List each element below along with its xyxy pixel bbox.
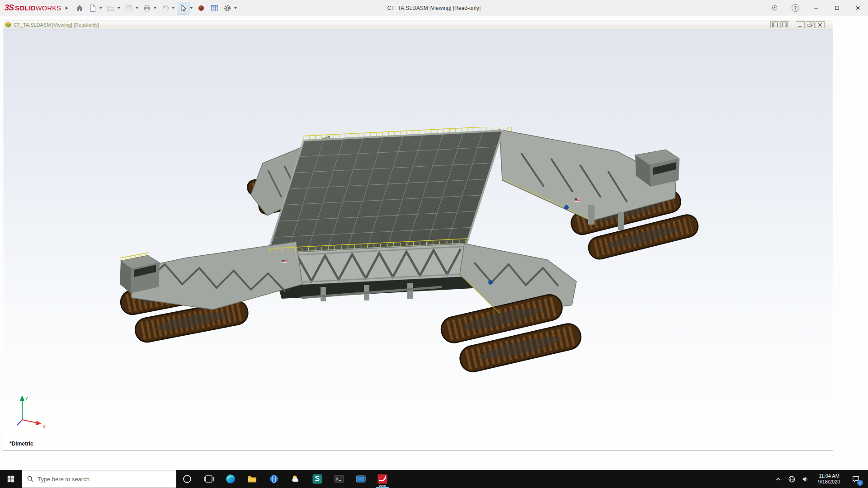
task-view-icon	[203, 474, 214, 484]
volume-button[interactable]	[798, 470, 812, 488]
solidworks-tool-button[interactable]	[307, 470, 328, 488]
notification-badge: 2	[857, 480, 863, 486]
command-prompt-button[interactable]	[328, 470, 350, 488]
crawler-transporter-model	[116, 127, 704, 407]
solidworks-window: 3S SOLID WORKS	[0, 0, 868, 488]
help-icon: ?	[792, 4, 799, 12]
z-axis	[17, 420, 22, 425]
us-flag-left	[282, 260, 287, 263]
save-dropdown-arrow[interactable]	[136, 7, 138, 9]
undo-dropdown-arrow[interactable]	[172, 7, 175, 9]
print-icon	[143, 4, 151, 12]
document-titlebar[interactable]: CT_TA.SLDASM [Viewing] [Read-only]	[3, 20, 833, 29]
close-button[interactable]	[847, 0, 868, 16]
undo-icon	[161, 4, 169, 12]
solidworks-2020-button[interactable]: 2020	[372, 470, 393, 488]
save-button[interactable]	[123, 2, 135, 14]
system-tray: 11:04 AM 9/16/2020 2	[771, 470, 868, 488]
cortana-button[interactable]	[176, 470, 198, 488]
chevron-up-icon	[774, 475, 782, 483]
y-axis-arrow	[20, 395, 24, 401]
select-button[interactable]	[177, 2, 189, 14]
minimize-icon	[797, 23, 803, 27]
search-icon	[27, 475, 34, 483]
appearance-sphere-icon	[197, 4, 205, 12]
account-icon	[772, 5, 778, 11]
document-minimize-button[interactable]	[796, 21, 805, 28]
edge-icon	[225, 474, 236, 484]
remote-monitor-button[interactable]	[350, 470, 372, 488]
taskbar-clock[interactable]: 11:04 AM 9/16/2020	[812, 473, 846, 485]
design-table-icon	[210, 4, 218, 12]
nasa-logo-right	[564, 205, 569, 210]
app-titlebar: 3S SOLID WORKS	[0, 0, 868, 16]
document-title: CT_TA.SLDASM [Viewing] [Read-only]	[14, 22, 99, 28]
print-dropdown-arrow[interactable]	[154, 7, 156, 9]
orientation-triad: y x	[13, 394, 49, 430]
x-axis-arrow	[36, 421, 42, 425]
solidworks-2020-icon	[377, 474, 388, 484]
document-close-button[interactable]	[816, 21, 825, 28]
undo-button[interactable]	[159, 2, 171, 14]
action-center-button[interactable]: 2	[846, 470, 865, 488]
start-button[interactable]	[0, 470, 22, 488]
command-prompt-icon	[334, 474, 344, 484]
minimize-icon	[813, 5, 819, 11]
maximize-button[interactable]	[826, 0, 847, 16]
document-window: CT_TA.SLDASM [Viewing] [Read-only]	[3, 20, 833, 451]
solidworks-tool-icon	[312, 474, 323, 484]
home-button[interactable]	[73, 2, 86, 14]
options-button[interactable]	[221, 2, 234, 14]
3s-logo-icon: 3S	[5, 3, 14, 13]
browser-globe-icon	[269, 474, 279, 484]
solidworks-logo: 3S SOLID WORKS	[5, 3, 61, 13]
minimize-button[interactable]	[806, 0, 826, 16]
select-dropdown-arrow[interactable]	[190, 7, 193, 9]
open-dropdown-arrow[interactable]	[118, 7, 120, 9]
close-icon	[855, 5, 861, 11]
maximize-icon	[834, 5, 840, 11]
new-document-button[interactable]	[86, 2, 99, 14]
us-flag-right	[575, 198, 580, 202]
print-button[interactable]	[141, 2, 153, 14]
open-folder-icon	[107, 4, 115, 12]
browser-button[interactable]	[263, 470, 285, 488]
appearance-button[interactable]	[195, 2, 208, 14]
quick-access-toolbar	[73, 2, 239, 14]
window-controls: ?	[764, 0, 868, 16]
pane-right-button[interactable]	[780, 21, 789, 28]
brand-works: WORKS	[36, 5, 61, 12]
search-input[interactable]	[38, 476, 171, 483]
help-button[interactable]: ?	[785, 0, 806, 16]
pane-left-icon	[772, 23, 778, 27]
solidworks-year-label: 2020	[372, 484, 393, 488]
task-view-button[interactable]	[198, 470, 220, 488]
file-explorer-button[interactable]	[241, 470, 263, 488]
account-button[interactable]	[764, 0, 785, 16]
new-dropdown-arrow[interactable]	[99, 7, 102, 9]
document-window-controls	[770, 21, 831, 28]
options-dropdown-arrow[interactable]	[234, 7, 237, 9]
edge-button[interactable]	[220, 470, 241, 488]
taskbar-search[interactable]	[22, 470, 176, 488]
remote-monitor-icon	[355, 474, 366, 484]
graphics-viewport[interactable]: y x *Dimetric	[3, 29, 833, 450]
weather-button[interactable]	[285, 470, 307, 488]
network-button[interactable]	[785, 470, 798, 488]
cortana-icon	[182, 474, 193, 484]
close-icon	[817, 23, 823, 27]
brand-solid: SOLID	[15, 5, 36, 12]
left-cab	[120, 255, 160, 293]
document-restore-button[interactable]	[806, 21, 815, 28]
windows-logo-icon	[7, 475, 15, 483]
hidden-icons-button[interactable]	[771, 470, 785, 488]
y-axis-label: y	[25, 395, 28, 400]
pane-left-button[interactable]	[770, 21, 779, 28]
new-document-icon	[89, 4, 97, 12]
open-button[interactable]	[104, 2, 117, 14]
select-cursor-icon	[179, 4, 187, 12]
network-globe-icon	[788, 475, 796, 483]
toolbar-expand-arrow-icon[interactable]	[66, 6, 68, 10]
pane-right-icon	[782, 23, 788, 27]
design-table-button[interactable]	[208, 2, 221, 14]
